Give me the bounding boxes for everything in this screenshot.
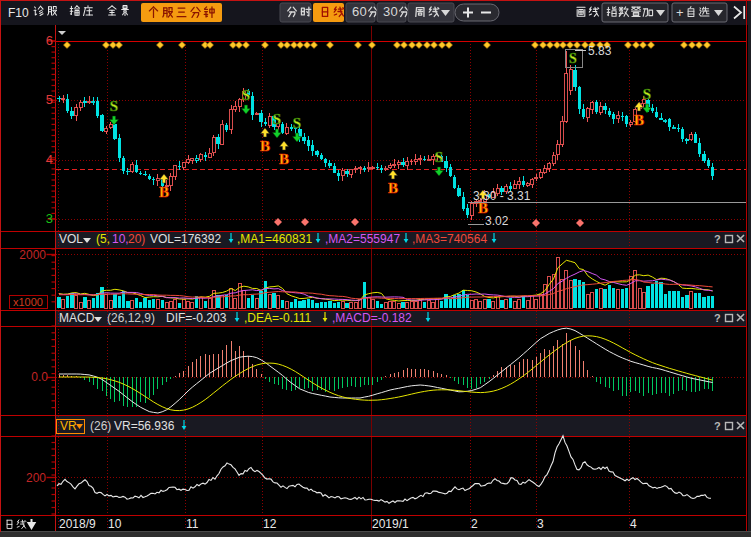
svg-text:3.02: 3.02 bbox=[485, 214, 509, 228]
svg-text:12: 12 bbox=[263, 517, 277, 531]
svg-text:(26,12,9): (26,12,9) bbox=[107, 311, 155, 325]
svg-text:4: 4 bbox=[46, 152, 53, 167]
svg-text:0: 0 bbox=[359, 4, 366, 19]
svg-text:6: 6 bbox=[46, 33, 53, 48]
svg-text:11: 11 bbox=[186, 517, 199, 531]
svg-text:DIF=-0.203: DIF=-0.203 bbox=[166, 311, 227, 325]
svg-text:,MA1=460831: ,MA1=460831 bbox=[237, 232, 312, 246]
svg-text:200: 200 bbox=[26, 471, 46, 485]
svg-text:B: B bbox=[159, 184, 169, 200]
svg-text:5.83: 5.83 bbox=[588, 44, 612, 58]
svg-text:VR=56.936: VR=56.936 bbox=[114, 419, 175, 433]
svg-text:6: 6 bbox=[352, 4, 359, 19]
svg-text:B: B bbox=[260, 138, 270, 154]
svg-text:VOL=176392: VOL=176392 bbox=[150, 232, 221, 246]
svg-text:S: S bbox=[643, 86, 651, 102]
svg-text:MACD: MACD bbox=[59, 311, 95, 325]
svg-text:S: S bbox=[110, 98, 118, 114]
svg-text:S: S bbox=[569, 51, 577, 66]
svg-text:B: B bbox=[279, 151, 289, 167]
svg-text:20): 20) bbox=[128, 232, 145, 246]
svg-text:(26): (26) bbox=[90, 419, 111, 433]
svg-text:?: ? bbox=[714, 312, 721, 324]
svg-text:2019/1: 2019/1 bbox=[372, 517, 409, 531]
svg-text:,DEA=-0.111: ,DEA=-0.111 bbox=[244, 311, 312, 325]
svg-text:x1000: x1000 bbox=[13, 296, 43, 308]
svg-text:3: 3 bbox=[383, 4, 390, 19]
svg-text:S: S bbox=[293, 115, 301, 131]
svg-text:0: 0 bbox=[390, 4, 397, 19]
svg-text:3: 3 bbox=[46, 211, 53, 226]
svg-text:?: ? bbox=[714, 233, 721, 245]
svg-text:5: 5 bbox=[46, 92, 53, 107]
svg-text:S: S bbox=[435, 149, 443, 165]
svg-text:S: S bbox=[242, 87, 250, 103]
svg-text:10: 10 bbox=[108, 517, 122, 531]
svg-text:3.30 - 3.31: 3.30 - 3.31 bbox=[473, 189, 531, 203]
svg-text:3: 3 bbox=[537, 517, 544, 531]
svg-text:+: + bbox=[676, 5, 684, 20]
svg-text:4: 4 bbox=[630, 517, 637, 531]
svg-text:0.0: 0.0 bbox=[31, 370, 48, 384]
svg-text:F10: F10 bbox=[8, 6, 29, 20]
svg-text:,MACD=-0.182: ,MACD=-0.182 bbox=[332, 311, 412, 325]
svg-text:2018/9: 2018/9 bbox=[59, 517, 96, 531]
svg-text:2000: 2000 bbox=[19, 248, 46, 262]
svg-text:10,: 10, bbox=[112, 232, 129, 246]
svg-text:S: S bbox=[273, 111, 281, 127]
svg-text:,MA2=555947: ,MA2=555947 bbox=[325, 232, 400, 246]
svg-text:VR: VR bbox=[60, 419, 77, 433]
svg-text:,MA3=740564: ,MA3=740564 bbox=[412, 232, 487, 246]
svg-text:B: B bbox=[634, 112, 644, 128]
svg-text:(5,: (5, bbox=[96, 232, 110, 246]
svg-text:B: B bbox=[388, 180, 398, 196]
svg-text:2: 2 bbox=[471, 517, 478, 531]
svg-text:?: ? bbox=[714, 420, 721, 432]
svg-text:VOL: VOL bbox=[59, 232, 83, 246]
